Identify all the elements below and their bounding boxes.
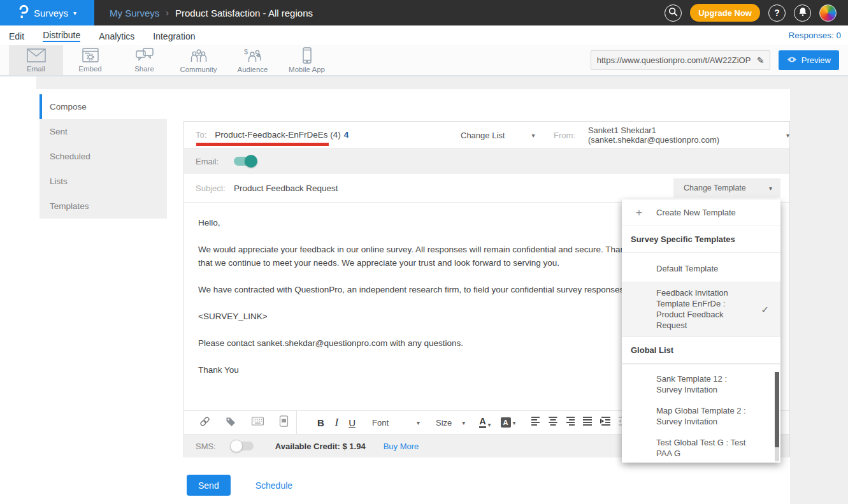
keyboard-icon <box>252 417 264 428</box>
align-left-button[interactable] <box>531 417 540 428</box>
mobile-preview-button[interactable] <box>279 415 289 429</box>
indent-button[interactable] <box>600 417 610 428</box>
template-item-test-global[interactable]: Test Global Test G : Test PAA G <box>622 437 780 459</box>
align-right-button[interactable] <box>566 417 575 428</box>
change-list-dropdown[interactable]: Change List ▾ <box>461 122 535 148</box>
menu-scrollbar-track[interactable] <box>775 447 779 461</box>
preview-button[interactable]: Preview <box>779 50 839 70</box>
from-label: From: <box>554 131 575 140</box>
align-right-icon <box>566 417 575 428</box>
to-list-name[interactable]: Product-Feedback-EnFrDeEs (4) <box>215 130 340 140</box>
share-chat-bubbles-icon <box>135 48 154 63</box>
chevron-down-icon: ▾ <box>488 421 491 428</box>
font-dropdown[interactable]: Font ▾ <box>372 418 420 428</box>
change-template-menu: + Create New Template Survey Specific Te… <box>622 199 780 463</box>
change-template-label: Change Template <box>684 184 746 192</box>
insert-link-button[interactable] <box>199 416 210 429</box>
responses-count[interactable]: Responses: 0 <box>788 31 841 40</box>
sms-toggle[interactable] <box>231 442 254 450</box>
channel-label: Audience <box>238 66 268 73</box>
channel-embed[interactable]: Embed <box>63 45 117 75</box>
channel-label: Share <box>134 65 154 73</box>
template-item-default[interactable]: Default Template <box>622 253 780 282</box>
sms-toggle-label: SMS: <box>196 442 216 451</box>
tab-edit[interactable]: Edit <box>9 30 24 41</box>
preview-label: Preview <box>801 55 831 65</box>
product-label: Surveys <box>34 8 68 18</box>
breadcrumb-my-surveys[interactable]: My Surveys <box>110 8 159 18</box>
questionpro-logo-icon <box>18 4 29 22</box>
embed-browser-gear-icon <box>82 48 99 63</box>
question-mark-icon: ? <box>774 8 780 18</box>
text-color-button[interactable]: A ▾ <box>479 417 491 428</box>
help-button[interactable]: ? <box>768 4 786 22</box>
top-bar: Surveys ▾ My Surveys › Product Satisfact… <box>0 0 848 25</box>
channel-community[interactable]: Community <box>171 45 226 75</box>
distribute-channel-bar: Email Embed <box>0 45 848 76</box>
global-templates-list: Sank Template 12 : Survey Invitation Map… <box>622 364 780 463</box>
recipients-row: To: Product-Feedback-EnFrDeEs (4) 4 Chan… <box>184 122 789 148</box>
align-justify-button[interactable] <box>583 417 592 428</box>
channel-label: Email <box>27 65 45 73</box>
sidebar-item-compose[interactable]: Compose <box>40 94 167 119</box>
channel-audience[interactable]: $ Audience <box>226 45 280 75</box>
embedded-data-button[interactable] <box>252 417 264 428</box>
send-button[interactable]: Send <box>187 475 231 496</box>
tab-distribute[interactable]: Distribute <box>43 29 80 42</box>
from-dropdown[interactable]: From: Sanket1 Shekdar1 (sanket.shekdar@q… <box>542 122 789 148</box>
email-envelope-icon <box>27 48 46 63</box>
email-toggle-label: Email: <box>196 157 219 166</box>
align-left-icon <box>531 417 540 428</box>
template-item-label: Feedback Invitation Template EnFrDe : Pr… <box>656 287 752 331</box>
channel-label: Embed <box>78 65 101 73</box>
menu-scrollbar-thumb[interactable] <box>775 372 779 447</box>
email-toggle[interactable] <box>234 157 256 166</box>
chevron-down-icon: ▾ <box>73 10 76 17</box>
tab-analytics[interactable]: Analytics <box>99 30 134 41</box>
sidebar-item-templates[interactable]: Templates <box>40 194 167 219</box>
change-template-button[interactable]: Change Template ▾ <box>673 178 780 198</box>
channel-email[interactable]: Email <box>9 45 63 75</box>
chevron-down-icon: ▾ <box>531 132 535 139</box>
schedule-link[interactable]: Schedule <box>255 480 292 491</box>
size-dropdown[interactable]: Size ▾ <box>436 418 465 428</box>
send-actions: Send Schedule <box>187 475 292 496</box>
underline-button[interactable]: U <box>349 417 356 428</box>
product-switcher[interactable]: Surveys ▾ <box>0 0 94 25</box>
survey-url-input[interactable] <box>591 55 752 65</box>
chevron-down-icon: ▾ <box>462 419 465 426</box>
search-button[interactable] <box>665 4 682 22</box>
channel-label: Mobile App <box>289 66 325 73</box>
buy-more-link[interactable]: Buy More <box>384 442 419 451</box>
align-center-button[interactable] <box>549 417 557 428</box>
template-item-sank-12[interactable]: Sank Template 12 : Survey Invitation <box>622 373 780 395</box>
sidebar-item-scheduled[interactable]: Scheduled <box>40 144 167 169</box>
channel-mobile-app[interactable]: Mobile App <box>280 45 334 75</box>
template-item-map-global-2[interactable]: Map Global Template 2 : Survey Invitatio… <box>622 405 780 427</box>
survey-templates-section-header: Survey Specific Templates <box>622 226 780 253</box>
tab-integration[interactable]: Integration <box>153 30 195 41</box>
create-new-template-item[interactable]: + Create New Template <box>622 199 780 226</box>
italic-button[interactable]: I <box>335 417 338 428</box>
template-item-feedback-invitation[interactable]: Feedback Invitation Template EnFrDe : Pr… <box>622 282 780 336</box>
compose-side-menu: Compose Sent Scheduled Lists Templates <box>40 94 167 219</box>
sidebar-item-sent[interactable]: Sent <box>40 119 167 144</box>
notifications-button[interactable] <box>794 4 811 22</box>
edit-url-pencil-icon[interactable]: ✎ <box>752 51 770 69</box>
text-color-letter: A <box>479 417 485 428</box>
bold-button[interactable]: B <box>317 417 324 428</box>
bell-icon <box>798 7 807 18</box>
upgrade-now-button[interactable]: Upgrade Now <box>690 4 760 22</box>
background-color-button[interactable]: A ▾ <box>501 417 516 428</box>
svg-text:$: $ <box>244 48 248 55</box>
to-list-underline <box>196 143 329 146</box>
avatar[interactable] <box>819 4 837 22</box>
available-credit: Available Credit: $ 1.94 <box>275 442 366 451</box>
size-dropdown-label: Size <box>436 418 452 428</box>
from-sender: Sanket1 Shekdar1 (sanket.shekdar@questio… <box>588 126 777 145</box>
channel-share[interactable]: Share <box>117 45 171 75</box>
indent-icon <box>600 417 610 428</box>
subject-input[interactable]: Product Feedback Request <box>234 184 338 193</box>
merge-tag-button[interactable] <box>226 416 236 429</box>
sidebar-item-lists[interactable]: Lists <box>40 169 167 194</box>
